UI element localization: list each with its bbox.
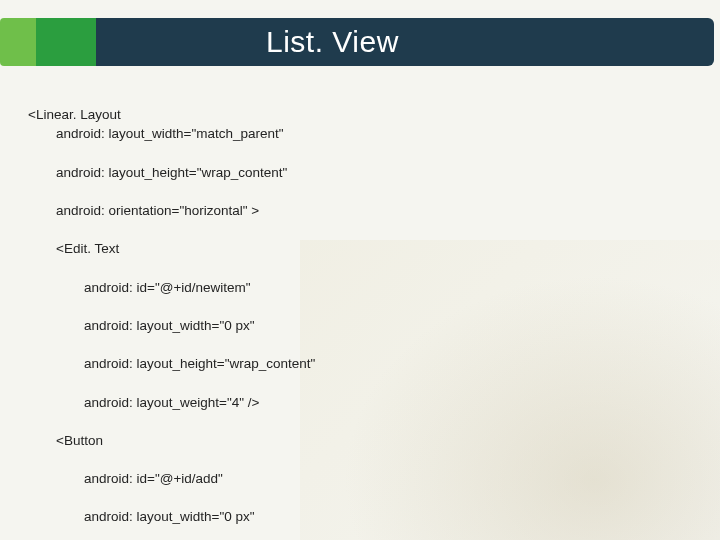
code-block: <Linear. Layout android: layout_width="m… xyxy=(28,86,500,540)
code-line: <Linear. Layout xyxy=(28,107,121,122)
title-cap xyxy=(696,18,714,66)
code-line: android: id="@+id/newitem" xyxy=(28,278,500,297)
code-line: android: layout_height="wrap_content" xyxy=(28,354,500,373)
code-line: android: id="@+id/add" xyxy=(28,469,500,488)
slide: List. View <Linear. Layout android: layo… xyxy=(0,0,720,540)
title-bar: List. View xyxy=(0,18,720,66)
title-accent-light xyxy=(0,18,36,66)
code-line: android: layout_height="wrap_content" xyxy=(28,163,500,182)
slide-title: List. View xyxy=(96,18,696,66)
code-line: android: layout_width="0 px" xyxy=(28,316,500,335)
code-line: <Button xyxy=(28,431,500,450)
code-line: android: orientation="horizontal" > xyxy=(28,201,500,220)
code-line: android: layout_weight="4" /> xyxy=(28,393,500,412)
title-accent-dark xyxy=(36,18,96,66)
code-line: android: layout_width="match_parent" xyxy=(28,124,500,143)
code-line: android: layout_width="0 px" xyxy=(28,507,500,526)
code-line: <Edit. Text xyxy=(28,239,500,258)
